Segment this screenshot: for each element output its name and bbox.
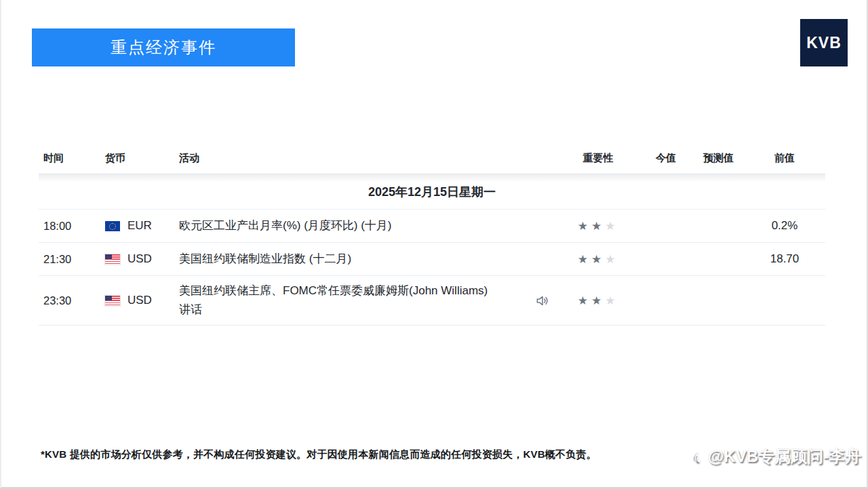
currency-cell: EUR (105, 219, 179, 233)
importance-stars: ★★★ (554, 294, 642, 308)
currency-cell: USD (105, 294, 179, 307)
kvb-logo-text: KVB (806, 34, 842, 52)
event-time: 21:30 (43, 253, 105, 266)
col-header-actual: 今值 (642, 152, 690, 165)
col-header-importance: 重要性 (554, 152, 642, 165)
disclaimer-text: *KVB 提供的市场分析仅供参考，并不构成任何投资建议。对于因使用本新闻信息而造… (41, 448, 597, 461)
col-header-activity: 活动 (179, 152, 496, 165)
watermark-text: @KVB专属顾问-李舟 (708, 446, 861, 467)
table-row[interactable]: 21:30 USD 美国纽约联储制造业指数 (十二月) ★★★ 18.70 (39, 243, 825, 276)
col-header-time: 时间 (43, 152, 105, 165)
banner-title: 重点经济事件 (111, 37, 216, 58)
currency-code: EUR (127, 219, 152, 233)
table-row[interactable]: 18:00 EUR 欧元区工业产出月率(%) (月度环比) (十月) ★★★ 0… (39, 210, 825, 243)
event-time: 23:30 (43, 294, 105, 307)
us-flag-icon (105, 296, 120, 306)
us-flag-icon (105, 254, 120, 265)
key-events-banner: 重点经济事件 (32, 28, 295, 66)
importance-stars: ★★★ (554, 219, 642, 233)
importance-stars: ★★★ (554, 252, 642, 267)
event-time: 18:00 (43, 220, 105, 233)
economic-calendar-page: 重点经济事件 KVB 时间 货币 活动 重要性 今值 预测值 前值 2025年1… (0, 0, 868, 489)
currency-cell: USD (105, 252, 179, 266)
table-row[interactable]: 23:30 USD 美国纽约联储主席、FOMC常任票委威廉姆斯(John Wil… (39, 276, 825, 326)
currency-code: USD (127, 252, 152, 266)
col-header-currency: 货币 (105, 152, 179, 165)
col-header-forecast: 预测值 (690, 152, 747, 165)
eu-flag-icon (105, 221, 120, 231)
date-label: 2025年12月15日星期一 (368, 184, 496, 200)
event-activity: 欧元区工业产出月率(%) (月度环比) (十月) (179, 216, 496, 235)
previous-value: 18.70 (747, 252, 822, 266)
economic-events-table: 时间 货币 活动 重要性 今值 预测值 前值 2025年12月15日星期一 18… (39, 142, 825, 326)
event-activity: 美国纽约联储制造业指数 (十二月) (179, 250, 496, 269)
douyin-note-icon: ♪ (693, 446, 703, 467)
watermark: ♪ @KVB专属顾问-李舟 (693, 446, 861, 467)
speaker-icon[interactable] (534, 293, 550, 309)
previous-value: 0.2% (747, 219, 822, 233)
col-header-previous: 前值 (747, 152, 822, 165)
event-activity: 美国纽约联储主席、FOMC常任票委威廉姆斯(John Williams)讲话 (179, 281, 496, 319)
table-header-row: 时间 货币 活动 重要性 今值 预测值 前值 (39, 142, 825, 174)
currency-code: USD (127, 294, 152, 307)
kvb-logo: KVB (800, 19, 848, 66)
date-group-header: 2025年12月15日星期一 (39, 174, 825, 210)
audio-cell (496, 293, 554, 309)
